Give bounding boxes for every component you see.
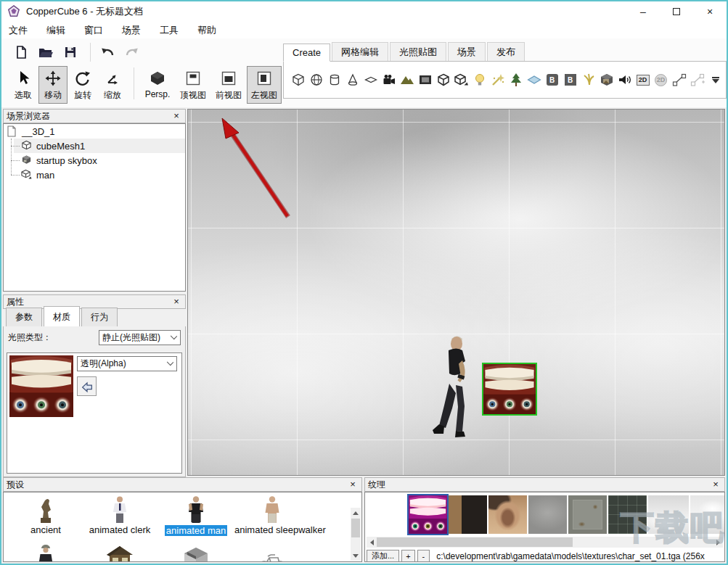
- camera-icon[interactable]: [380, 72, 397, 88]
- tab-lightmap[interactable]: 光照贴图: [390, 42, 446, 62]
- presets-close-icon[interactable]: ×: [347, 479, 359, 490]
- redo-button[interactable]: [121, 42, 143, 62]
- overlay-billboard-icon[interactable]: B: [562, 72, 578, 88]
- path-disabled-icon[interactable]: [689, 72, 705, 88]
- cylinder-icon[interactable]: [326, 72, 343, 88]
- preset-row2-box[interactable]: [158, 545, 234, 562]
- tab-mesh-edit[interactable]: 网格编辑: [332, 42, 388, 62]
- presets-scrollbar[interactable]: [351, 508, 361, 561]
- menu-edit[interactable]: 编辑: [46, 22, 74, 38]
- minimize-button[interactable]: –: [626, 1, 660, 22]
- zoom-in-button[interactable]: +: [401, 550, 414, 562]
- texture-thumb-concrete[interactable]: [528, 495, 567, 534]
- overlay-2d-icon[interactable]: 2D: [634, 72, 651, 88]
- image-cube-icon[interactable]: [598, 72, 615, 88]
- tree-icon[interactable]: [507, 72, 524, 88]
- scale-tool-button[interactable]: 缩放: [98, 66, 127, 104]
- textures-close-icon[interactable]: ×: [710, 479, 721, 490]
- scroll-left-icon[interactable]: [367, 537, 377, 548]
- maximize-button[interactable]: [660, 1, 693, 22]
- menu-help[interactable]: 帮助: [197, 22, 225, 38]
- menu-scene[interactable]: 场景: [122, 22, 150, 38]
- open-file-button[interactable]: [35, 42, 57, 62]
- material-type-dropdown[interactable]: 透明(Alpha): [77, 356, 177, 371]
- move-tool-button[interactable]: 移动: [38, 66, 68, 104]
- undo-button[interactable]: [97, 42, 118, 62]
- more-dropdown-icon[interactable]: [707, 72, 724, 88]
- preset-row2-bicycle[interactable]: [234, 545, 310, 562]
- tree-item-cubemesh1[interactable]: cubeMesh1: [14, 139, 185, 153]
- add-texture-button[interactable]: 添加...: [367, 550, 399, 562]
- left-view-button[interactable]: 左视图: [247, 66, 282, 104]
- properties-header[interactable]: 属性 ×: [3, 294, 186, 309]
- save-button[interactable]: [60, 42, 81, 62]
- texture-thumb-face[interactable]: [488, 495, 527, 534]
- properties-close-icon[interactable]: ×: [171, 296, 182, 307]
- texture-thumb-char-set[interactable]: [409, 495, 447, 534]
- tab-publish[interactable]: 发布: [487, 42, 525, 62]
- texture-thumb-grid[interactable]: [608, 495, 647, 534]
- water-icon[interactable]: [525, 72, 542, 88]
- rotate-tool-button[interactable]: 旋转: [68, 66, 97, 104]
- tree-item-man[interactable]: man: [14, 168, 185, 182]
- tree-item-startup-skybox[interactable]: startup skybox: [14, 153, 185, 168]
- preset-animated-sleepwalker[interactable]: animated sleepwalker: [234, 495, 310, 535]
- scroll-right-icon[interactable]: [713, 537, 723, 548]
- particle-icon[interactable]: [489, 72, 506, 88]
- texture-thumb-wood-dark[interactable]: [449, 495, 487, 534]
- sphere-icon[interactable]: [308, 72, 324, 88]
- scroll-up-icon[interactable]: [351, 508, 361, 518]
- path-icon[interactable]: [671, 72, 687, 88]
- tab-scene[interactable]: 场景: [448, 42, 486, 62]
- tab-material[interactable]: 材质: [44, 306, 80, 326]
- terrain-icon[interactable]: [398, 72, 415, 88]
- preset-row2-soldier[interactable]: [8, 545, 83, 562]
- scene-browser-close-icon[interactable]: ×: [171, 110, 182, 121]
- animated-mesh-icon[interactable]: [453, 72, 470, 88]
- tab-create[interactable]: Create: [283, 44, 330, 62]
- textures-header[interactable]: 纹理 ×: [364, 477, 725, 492]
- preset-animated-clerk[interactable]: animated clerk: [82, 495, 158, 535]
- new-file-button[interactable]: [10, 42, 32, 62]
- texture-thumb-metal[interactable]: [568, 495, 607, 534]
- cone-icon[interactable]: [344, 72, 361, 88]
- zoom-out-button[interactable]: -: [417, 550, 430, 562]
- tab-parameters[interactable]: 参数: [6, 308, 42, 326]
- scrollbar-thumb[interactable]: [377, 537, 573, 547]
- cube-icon[interactable]: [290, 72, 306, 88]
- scene-browser-header[interactable]: 场景浏览器 ×: [3, 109, 186, 123]
- material-texture-preview[interactable]: [9, 355, 73, 417]
- overlay-2d-disabled-icon[interactable]: 2D: [653, 72, 669, 88]
- preset-ancient[interactable]: ancient: [8, 495, 83, 535]
- static-mesh-icon[interactable]: [435, 72, 451, 88]
- light-type-dropdown[interactable]: 静止(光照贴图): [99, 330, 181, 345]
- grass-icon[interactable]: [580, 72, 597, 88]
- assign-material-button[interactable]: [77, 376, 97, 396]
- persp-view-button[interactable]: Persp.: [140, 66, 175, 104]
- select-tool-button[interactable]: 选取: [9, 66, 38, 104]
- billboard-icon[interactable]: B: [544, 72, 560, 88]
- menu-file[interactable]: 文件: [9, 22, 36, 38]
- top-view-button[interactable]: 顶视图: [176, 66, 210, 104]
- tab-behaviors[interactable]: 行为: [81, 308, 118, 326]
- texture-thumb-clouds-2[interactable]: [690, 495, 724, 534]
- menu-tools[interactable]: 工具: [160, 22, 187, 38]
- light-icon[interactable]: [471, 72, 488, 88]
- tree-item-root[interactable]: __3D_1: [4, 124, 185, 139]
- textures-scrollbar[interactable]: [367, 537, 723, 548]
- sound-icon[interactable]: [616, 72, 633, 88]
- scrollbar-thumb[interactable]: [351, 519, 360, 537]
- skybox-icon[interactable]: [417, 72, 433, 88]
- preset-row2-house[interactable]: [82, 545, 158, 562]
- viewport-3d[interactable]: [187, 109, 725, 476]
- selected-cube-node[interactable]: [482, 363, 537, 416]
- plane-icon[interactable]: [362, 72, 379, 88]
- scroll-down-icon[interactable]: [351, 550, 361, 561]
- menu-window[interactable]: 窗口: [84, 22, 112, 38]
- man-character[interactable]: [430, 334, 475, 440]
- preset-animated-man[interactable]: animated man: [158, 495, 234, 536]
- presets-header[interactable]: 预设 ×: [3, 477, 362, 492]
- texture-thumb-clouds-1[interactable]: [648, 495, 689, 534]
- front-view-button[interactable]: 前视图: [211, 66, 246, 104]
- close-button[interactable]: ×: [693, 1, 727, 22]
